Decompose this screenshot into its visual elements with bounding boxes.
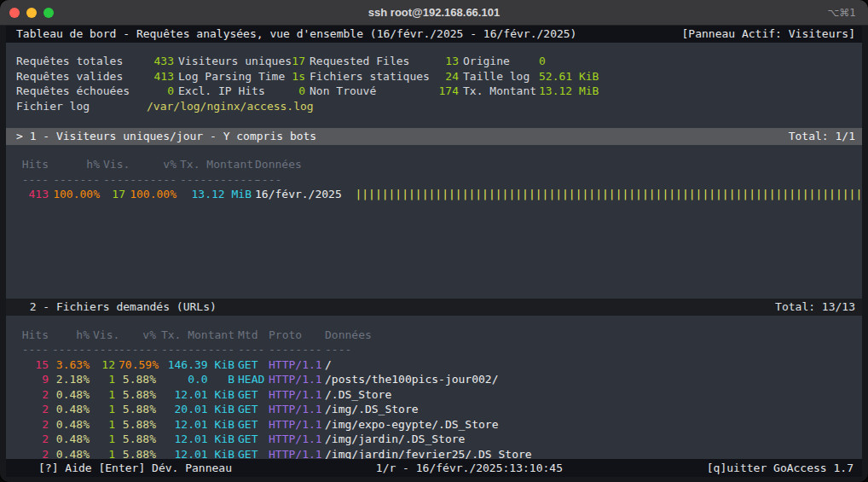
cell-5: GET (238, 387, 265, 403)
column-header-0: Hits (16, 157, 49, 172)
stat-cell-6: Taille log (463, 69, 535, 84)
cell-0: 2 (16, 417, 49, 433)
hits-bar-chart: ||||||||||||||||||||||||||||||||||||||||… (342, 188, 862, 200)
table-row: 20.48%15.88%12.01 KiBGETHTTP/1.1/img/exp… (6, 417, 862, 433)
overview-stats: Requêtes totales433Visiteurs uniques17Re… (6, 54, 862, 113)
maximize-button[interactable] (43, 8, 54, 18)
stat-cell-6: Origine (463, 54, 535, 69)
cell-6: HTTP/1.1 (269, 357, 321, 373)
table-row: 20.48%15.88%12.01 KiBGETHTTP/1.1/.DS_Sto… (6, 387, 862, 403)
column-dash-0: ---- (16, 342, 49, 357)
cell-1: 100.00% (52, 187, 100, 202)
log-path: /var/log/nginx/access.log (147, 99, 862, 114)
stat-cell-0: Requêtes valides (16, 69, 142, 84)
close-button[interactable] (9, 8, 20, 18)
stats-row: Requêtes valides413Log Parsing Time1sFic… (6, 69, 862, 84)
log-label: Fichier log (16, 99, 142, 114)
cell-4: 0.0 B (159, 372, 234, 387)
stat-cell-4: Fichiers statiques (310, 69, 429, 84)
minimize-button[interactable] (26, 8, 37, 18)
stat-cell-1: 413 (147, 69, 174, 84)
stat-cell-7: 0 (539, 54, 862, 69)
cell-7: /img/expo-egypte/.DS_Store (325, 417, 862, 433)
active-panel-indicator: [Panneau Actif: Visiteurs] (682, 26, 856, 43)
cell-7: /img/jardin/.DS_Store (325, 432, 862, 447)
footer-bar: [?] Aide [Enter] Dév. Panneau 1/r - 16/f… (6, 459, 862, 477)
spacer (6, 145, 862, 157)
stats-row: Requêtes totales433Visiteurs uniques17Re… (6, 54, 862, 69)
table-row: 92.18%15.88%0.0 BHEADHTTP/1.1/posts/the1… (6, 372, 862, 387)
stat-cell-2: Excl. IP Hits (178, 84, 286, 99)
cell-2: 1 (93, 417, 115, 433)
terminal-frame: Tableau de bord - Requêtes analysées, vu… (0, 26, 868, 482)
column-dash-6: -------- (269, 342, 321, 357)
cell-0: 2 (16, 387, 49, 403)
cell-0: 2 (16, 402, 49, 417)
spacer (6, 43, 862, 54)
cell-3: 5.88% (119, 417, 156, 433)
stat-cell-4: Requested Files (310, 54, 429, 69)
column-header-1: h% (52, 157, 100, 172)
column-dash-4: ------------ (180, 172, 252, 188)
stat-cell-7: 52.61 KiB (539, 69, 862, 84)
stats-row: Requêtes échouées0Excl. IP Hits0Non Trou… (6, 84, 862, 99)
stat-cell-2: Log Parsing Time (178, 69, 286, 84)
table-row: 20.48%15.88%20.01 KiBGETHTTP/1.1/img/.DS… (6, 402, 862, 417)
stat-cell-6: Tx. Montant (463, 84, 535, 99)
column-header-2: Vis. (93, 328, 115, 343)
stats-log-row: Fichier log/var/log/nginx/access.log (6, 99, 862, 114)
cell-7: /img/.DS_Store (325, 402, 862, 417)
cell-0: 2 (16, 432, 49, 447)
window-shortcut-badge: ⌥⌘1 (828, 7, 868, 19)
stat-cell-5: 13 (433, 54, 459, 69)
cell-5: GET (238, 417, 265, 433)
cell-4: 20.01 KiB (159, 402, 234, 417)
stat-cell-0: Requêtes totales (16, 54, 142, 69)
column-dash-1: ------- (52, 172, 100, 188)
window-title: ssh root@192.168.66.101 (0, 6, 868, 19)
column-dash-7: ---- (325, 342, 862, 357)
spacer (6, 202, 862, 299)
cell-1: 0.48% (52, 402, 90, 417)
column-dash-3: ------ (119, 342, 156, 357)
cell-4: 12.01 KiB (159, 387, 234, 403)
titlebar[interactable]: ssh root@192.168.66.101 ⌥⌘1 (0, 0, 868, 26)
cell-6: HTTP/1.1 (269, 432, 321, 447)
cell-2: 17 (103, 187, 125, 202)
cell-0: 413 (16, 187, 49, 202)
column-header-3: v% (119, 328, 156, 343)
column-dash-2: ---- (103, 172, 125, 188)
cell-2: 12 (93, 357, 115, 373)
panel-visitors-title: > 1 - Visiteurs uniques/jour - Y compris… (16, 128, 316, 145)
column-header-6: Proto (269, 328, 321, 343)
cell-6: HTTP/1.1 (269, 387, 321, 403)
stat-cell-3: 17 (290, 54, 305, 69)
panel-visitors-header-bar: > 1 - Visiteurs uniques/jour - Y compris… (6, 128, 862, 145)
cell-4: 13.12 MiB (180, 187, 252, 202)
stat-cell-3: 0 (290, 84, 305, 99)
column-dash-4: ----------- (159, 342, 234, 357)
column-dash-2: ---- (93, 342, 115, 357)
column-dash-0: ---- (16, 172, 49, 188)
cell-3: 100.00% (129, 187, 176, 202)
cell-2: 1 (93, 432, 115, 447)
terminal-screen[interactable]: Tableau de bord - Requêtes analysées, vu… (6, 26, 862, 477)
panel-urls-header-bar: 2 - Fichiers demandés (URLs) Total: 13/1… (6, 299, 862, 316)
spacer (6, 316, 862, 328)
column-dash-1: ------ (52, 342, 90, 357)
column-header-4: Tx. Montant (159, 328, 234, 343)
stat-cell-1: 0 (147, 84, 174, 99)
panel-urls-title: 2 - Fichiers demandés (URLs) (16, 299, 217, 316)
column-header-3: v% (129, 157, 176, 172)
cell-2: 1 (93, 372, 115, 387)
cell-3: 70.59% (119, 357, 156, 373)
cell-4: 146.39 KiB (159, 357, 234, 373)
terminal-window: ssh root@192.168.66.101 ⌥⌘1 Tableau de b… (0, 0, 868, 482)
footer-datetime: 1/r - 16/févr./2025:13:10:45 (376, 459, 563, 477)
cell-1: 0.48% (52, 432, 90, 447)
cell-5: 16/févr./2025 ||||||||||||||||||||||||||… (255, 187, 862, 202)
panel-urls-table: Hitsh%Vis.v%Tx. MontantMtdProtoDonnées--… (6, 328, 862, 462)
panel-visitors-total: Total: 1/1 (789, 128, 855, 145)
footer-help: [?] Aide [Enter] Dév. Panneau (38, 459, 232, 477)
cell-3: 5.88% (119, 402, 156, 417)
